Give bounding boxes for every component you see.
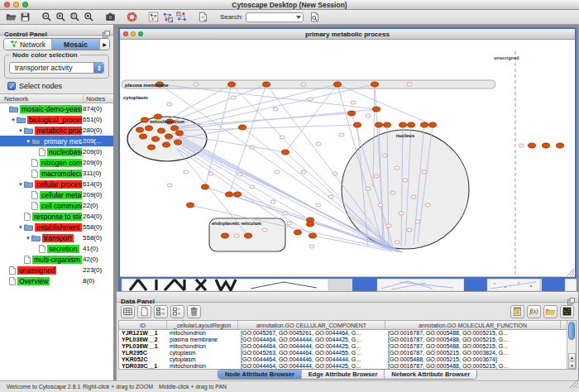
table-row[interactable]: YJR121W__1mitochondrion[GO:0045267, GO:0… (119, 330, 576, 337)
network-graph[interactable]: plasma membranecytoplasmmitochondrionnuc… (120, 40, 575, 276)
zoom-in-icon (55, 12, 66, 22)
table-scrollbar[interactable]: ▲ ▼ (567, 321, 576, 369)
tab-network-attribute-browser[interactable]: Network Attribute Browser (385, 370, 476, 379)
expander-icon[interactable]: ▼ (17, 182, 24, 187)
column-header[interactable]: annotation.GO CELLULAR_COMPONENT (238, 321, 385, 329)
column-header[interactable]: _cellularLayoutRegion (167, 321, 238, 329)
minimize-network-button[interactable] (131, 31, 136, 36)
tree-row[interactable]: response to stimul264(0) (0, 211, 113, 222)
network-tree-header[interactable]: Network Nodes (0, 93, 113, 103)
zoom-fit-icon (84, 12, 94, 22)
tree-row[interactable]: ▼primary metabo209(... (0, 136, 113, 146)
tab-mosaic[interactable]: Mosaic (52, 39, 100, 50)
search-go-button[interactable] (308, 11, 322, 24)
search-dropdown-icon[interactable] (296, 16, 301, 19)
float-panel-icon[interactable] (103, 26, 110, 41)
new-attribute-button[interactable] (137, 305, 151, 318)
column-grid-button[interactable] (121, 305, 135, 318)
tree-row[interactable]: multi-organism pro42(0) (0, 254, 113, 265)
tab-edge-attribute-browser[interactable]: Edge Attribute Browser (302, 370, 385, 379)
scrollbar-thumb[interactable] (568, 322, 575, 340)
attribute-table-header[interactable]: ID_cellularLayoutRegionannotation.GO CEL… (119, 321, 576, 330)
zoom-network-button[interactable] (138, 31, 143, 36)
tree-row[interactable]: ▼biological_process651(0) (0, 114, 113, 125)
window-titlebar[interactable]: Cytoscape Desktop (New Session) (0, 0, 579, 10)
network-canvas[interactable]: plasma membranecytoplasmmitochondrionnuc… (120, 40, 575, 276)
search-text-field[interactable] (248, 13, 291, 22)
function-builder-button[interactable]: f(x) (527, 305, 541, 318)
label-plasma-membrane: plasma membrane (125, 83, 169, 88)
table-row[interactable]: YLR295Ccytoplasm[GO:0045263, GO:0044464,… (119, 350, 576, 356)
search-input[interactable] (246, 12, 304, 22)
network-window-titlebar[interactable]: primary metabolic process (120, 29, 575, 40)
zoom-selected-button[interactable] (68, 11, 82, 24)
tree-row[interactable]: mosaic-demo-yeast874(0) (0, 103, 113, 114)
column-header[interactable]: ID (119, 321, 167, 329)
import-attributes-button[interactable] (543, 305, 557, 318)
tree-row[interactable]: cellular metabo209(0) (0, 189, 113, 200)
table-row[interactable]: YPL036W__1mitochondrion[GO:0044464, GO:0… (119, 343, 576, 350)
zoom-in-button[interactable] (54, 11, 68, 24)
expander-icon[interactable]: ▼ (25, 139, 31, 144)
file-icon (31, 191, 38, 199)
file-icon (31, 170, 38, 178)
select-nodes-checkbox[interactable]: ✓ (7, 82, 16, 90)
snapshot-button[interactable] (103, 11, 117, 24)
file-icon (31, 202, 38, 210)
tab-node-attribute-browser[interactable]: Node Attribute Browser (218, 370, 302, 379)
expander-icon[interactable]: ▼ (25, 236, 31, 241)
attribute-notepad-button[interactable] (510, 305, 524, 318)
tree-row[interactable]: ▼transport558(0) (0, 232, 113, 243)
tree-row-label: establishment of lo (35, 223, 82, 232)
zoom-fit-button[interactable] (82, 11, 96, 24)
select-attributes-button[interactable] (154, 305, 168, 318)
minimize-window-button[interactable] (13, 2, 19, 7)
tree-row-label: macromolecule (40, 170, 82, 178)
delete-attribute-button[interactable] (187, 305, 201, 318)
float-panel-icon[interactable] (567, 294, 575, 308)
network-view-window[interactable]: primary metabolic process plasma membran… (118, 27, 577, 279)
tree-row[interactable]: nucleobase-209(0) (0, 146, 113, 157)
close-network-button[interactable] (123, 31, 128, 36)
layout-spring-button[interactable] (175, 11, 189, 24)
tree-row[interactable]: ▼cellular process614(0) (0, 179, 113, 189)
tree-column-network[interactable]: Network (4, 95, 28, 103)
node-color-selection-group: Node color selection transporter activit… (4, 55, 109, 79)
scroll-up-icon[interactable]: ▲ (568, 353, 576, 361)
tree-row[interactable]: unassigned223(0) (0, 265, 113, 275)
canvas-resize-grip[interactable] (567, 269, 574, 275)
attribute-table[interactable]: ID_cellularLayoutRegionannotation.GO CEL… (118, 320, 577, 370)
close-window-button[interactable] (4, 2, 10, 7)
tree-row[interactable]: ▼establishment of lo558(0) (0, 222, 113, 232)
background-windows-strip[interactable] (118, 279, 577, 291)
dropdown-stepper-icon[interactable] (93, 63, 103, 73)
expander-icon[interactable]: ▼ (17, 225, 24, 230)
tree-row[interactable]: secretion41(0) (0, 243, 113, 254)
annotation-button[interactable] (196, 11, 210, 24)
data-panel: Data Panel f(x) ID_cellularLayoutRegiona… (116, 291, 579, 380)
save-button[interactable] (18, 11, 32, 24)
network-view-button[interactable] (146, 11, 160, 24)
tree-row[interactable]: ▼metabolic process280(0) (0, 125, 113, 136)
tab-network[interactable]: Network (4, 39, 52, 50)
column-header[interactable]: annotation.GO MOLECULAR_FUNCTION (385, 321, 561, 329)
window-resize-grip[interactable] (570, 376, 578, 391)
tree-row[interactable]: nitrogen compo209(0) (0, 157, 113, 168)
expander-icon[interactable]: ▼ (17, 128, 24, 133)
tree-row[interactable]: Overview8(0) (0, 275, 113, 286)
zoom-out-button[interactable] (40, 11, 54, 24)
node-color-dropdown[interactable]: transporter activity (9, 62, 104, 74)
layout-grid-button[interactable] (160, 11, 175, 24)
table-row[interactable]: YPL036W__2plasma membrane[GO:0044464, GO… (119, 337, 576, 343)
zoom-window-button[interactable] (22, 2, 28, 7)
unselect-attributes-button[interactable] (170, 305, 184, 318)
tree-row[interactable]: cell communicat22(0) (0, 200, 113, 211)
tree-row[interactable]: macromolecule311(0) (0, 168, 113, 179)
table-row[interactable]: YKR052Ccytoplasm[GO:0044464, GO:0044446,… (119, 356, 576, 363)
tree-column-nodes[interactable]: Nodes (83, 95, 105, 103)
open-button[interactable] (4, 11, 18, 24)
scroll-down-icon[interactable]: ▼ (568, 361, 576, 369)
expander-icon[interactable]: ▼ (10, 117, 17, 122)
help-button[interactable] (125, 11, 139, 24)
table-cell: [GO:0044464, GO:0044444, GO:0044425, G..… (238, 337, 385, 343)
